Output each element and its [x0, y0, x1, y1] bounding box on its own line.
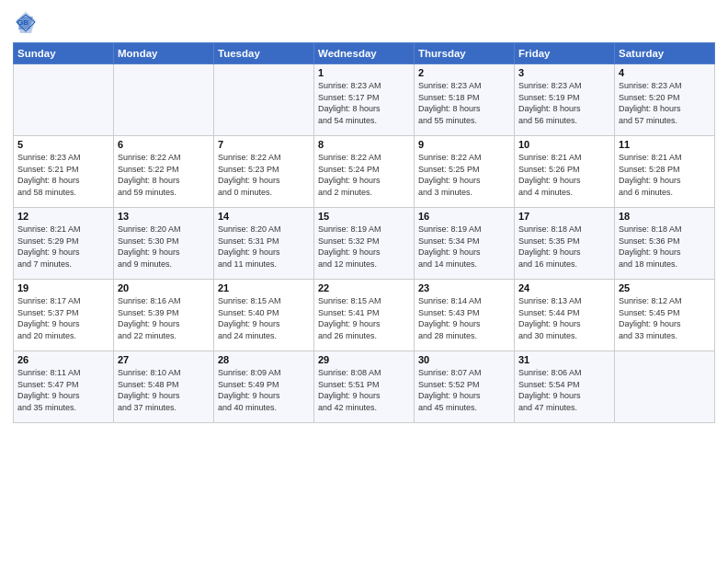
- day-number: 30: [418, 354, 510, 365]
- day-info: Sunrise: 8:13 AM Sunset: 5:44 PM Dayligh…: [518, 295, 610, 341]
- day-info: Sunrise: 8:07 AM Sunset: 5:52 PM Dayligh…: [418, 367, 510, 413]
- day-info: Sunrise: 8:09 AM Sunset: 5:49 PM Dayligh…: [218, 367, 310, 413]
- calendar-cell: 10Sunrise: 8:21 AM Sunset: 5:26 PM Dayli…: [515, 136, 615, 208]
- calendar-cell: 15Sunrise: 8:19 AM Sunset: 5:32 PM Dayli…: [314, 208, 415, 280]
- header: GB: [13, 9, 715, 35]
- calendar-cell: 9Sunrise: 8:22 AM Sunset: 5:25 PM Daylig…: [415, 136, 515, 208]
- week-row-3: 12Sunrise: 8:21 AM Sunset: 5:29 PM Dayli…: [14, 208, 715, 280]
- day-number: 8: [318, 139, 410, 150]
- day-number: 3: [518, 67, 610, 78]
- day-info: Sunrise: 8:14 AM Sunset: 5:43 PM Dayligh…: [418, 295, 510, 341]
- day-info: Sunrise: 8:15 AM Sunset: 5:41 PM Dayligh…: [318, 295, 410, 341]
- calendar-cell: 25Sunrise: 8:12 AM Sunset: 5:45 PM Dayli…: [615, 280, 715, 351]
- day-number: 31: [518, 354, 610, 365]
- day-info: Sunrise: 8:22 AM Sunset: 5:22 PM Dayligh…: [118, 152, 210, 198]
- weekday-wednesday: Wednesday: [314, 43, 415, 64]
- calendar-cell: 14Sunrise: 8:20 AM Sunset: 5:31 PM Dayli…: [214, 208, 314, 280]
- day-info: Sunrise: 8:23 AM Sunset: 5:20 PM Dayligh…: [619, 80, 711, 126]
- logo-icon: GB: [13, 9, 39, 35]
- day-info: Sunrise: 8:16 AM Sunset: 5:39 PM Dayligh…: [118, 295, 210, 341]
- day-info: Sunrise: 8:15 AM Sunset: 5:40 PM Dayligh…: [218, 295, 310, 341]
- day-number: 5: [17, 139, 109, 150]
- day-number: 19: [17, 282, 109, 293]
- calendar-cell: 11Sunrise: 8:21 AM Sunset: 5:28 PM Dayli…: [615, 136, 715, 208]
- calendar-cell: 12Sunrise: 8:21 AM Sunset: 5:29 PM Dayli…: [14, 208, 114, 280]
- calendar-cell: 28Sunrise: 8:09 AM Sunset: 5:49 PM Dayli…: [214, 351, 314, 423]
- day-number: 7: [218, 139, 310, 150]
- day-number: 24: [518, 282, 610, 293]
- day-info: Sunrise: 8:20 AM Sunset: 5:31 PM Dayligh…: [218, 224, 310, 270]
- weekday-saturday: Saturday: [615, 43, 715, 64]
- day-number: 6: [118, 139, 210, 150]
- calendar-cell: [615, 351, 715, 423]
- day-info: Sunrise: 8:17 AM Sunset: 5:37 PM Dayligh…: [17, 295, 109, 341]
- day-info: Sunrise: 8:22 AM Sunset: 5:25 PM Dayligh…: [418, 152, 510, 198]
- day-info: Sunrise: 8:08 AM Sunset: 5:51 PM Dayligh…: [318, 367, 410, 413]
- calendar-cell: 23Sunrise: 8:14 AM Sunset: 5:43 PM Dayli…: [415, 280, 515, 351]
- day-number: 4: [619, 67, 711, 78]
- day-number: 11: [619, 139, 711, 150]
- day-number: 28: [218, 354, 310, 365]
- day-number: 9: [418, 139, 510, 150]
- day-number: 21: [218, 282, 310, 293]
- day-number: 10: [518, 139, 610, 150]
- day-number: 15: [318, 211, 410, 222]
- page-container: GB SundayMondayTuesdayWednesdayThursdayF…: [0, 0, 728, 563]
- day-info: Sunrise: 8:18 AM Sunset: 5:35 PM Dayligh…: [518, 224, 610, 270]
- day-info: Sunrise: 8:10 AM Sunset: 5:48 PM Dayligh…: [118, 367, 210, 413]
- calendar-cell: 18Sunrise: 8:18 AM Sunset: 5:36 PM Dayli…: [615, 208, 715, 280]
- day-number: 27: [118, 354, 210, 365]
- calendar-cell: 17Sunrise: 8:18 AM Sunset: 5:35 PM Dayli…: [515, 208, 615, 280]
- day-info: Sunrise: 8:20 AM Sunset: 5:30 PM Dayligh…: [118, 224, 210, 270]
- day-number: 26: [17, 354, 109, 365]
- calendar-cell: 31Sunrise: 8:06 AM Sunset: 5:54 PM Dayli…: [515, 351, 615, 423]
- day-info: Sunrise: 8:21 AM Sunset: 5:26 PM Dayligh…: [518, 152, 610, 198]
- day-info: Sunrise: 8:22 AM Sunset: 5:24 PM Dayligh…: [318, 152, 410, 198]
- day-number: 18: [619, 211, 711, 222]
- day-number: 20: [118, 282, 210, 293]
- calendar-cell: 27Sunrise: 8:10 AM Sunset: 5:48 PM Dayli…: [114, 351, 214, 423]
- calendar-cell: [214, 64, 314, 136]
- calendar-table: SundayMondayTuesdayWednesdayThursdayFrid…: [13, 42, 715, 423]
- day-info: Sunrise: 8:19 AM Sunset: 5:34 PM Dayligh…: [418, 224, 510, 270]
- calendar-cell: [14, 64, 114, 136]
- calendar-cell: 6Sunrise: 8:22 AM Sunset: 5:22 PM Daylig…: [114, 136, 214, 208]
- weekday-friday: Friday: [515, 43, 615, 64]
- weekday-monday: Monday: [114, 43, 214, 64]
- day-info: Sunrise: 8:23 AM Sunset: 5:21 PM Dayligh…: [17, 152, 109, 198]
- calendar-cell: 30Sunrise: 8:07 AM Sunset: 5:52 PM Dayli…: [415, 351, 515, 423]
- day-info: Sunrise: 8:21 AM Sunset: 5:28 PM Dayligh…: [619, 152, 711, 198]
- week-row-1: 1Sunrise: 8:23 AM Sunset: 5:17 PM Daylig…: [14, 64, 715, 136]
- calendar-cell: 16Sunrise: 8:19 AM Sunset: 5:34 PM Dayli…: [415, 208, 515, 280]
- calendar-cell: [114, 64, 214, 136]
- day-number: 2: [418, 67, 510, 78]
- day-info: Sunrise: 8:19 AM Sunset: 5:32 PM Dayligh…: [318, 224, 410, 270]
- day-number: 1: [318, 67, 410, 78]
- calendar-cell: 2Sunrise: 8:23 AM Sunset: 5:18 PM Daylig…: [415, 64, 515, 136]
- day-number: 16: [418, 211, 510, 222]
- weekday-thursday: Thursday: [415, 43, 515, 64]
- day-number: 17: [518, 211, 610, 222]
- day-info: Sunrise: 8:18 AM Sunset: 5:36 PM Dayligh…: [619, 224, 711, 270]
- calendar-cell: 22Sunrise: 8:15 AM Sunset: 5:41 PM Dayli…: [314, 280, 415, 351]
- calendar-cell: 7Sunrise: 8:22 AM Sunset: 5:23 PM Daylig…: [214, 136, 314, 208]
- day-number: 23: [418, 282, 510, 293]
- day-info: Sunrise: 8:06 AM Sunset: 5:54 PM Dayligh…: [518, 367, 610, 413]
- day-info: Sunrise: 8:23 AM Sunset: 5:18 PM Dayligh…: [418, 80, 510, 126]
- calendar-header: SundayMondayTuesdayWednesdayThursdayFrid…: [14, 43, 715, 64]
- calendar-cell: 20Sunrise: 8:16 AM Sunset: 5:39 PM Dayli…: [114, 280, 214, 351]
- day-number: 29: [318, 354, 410, 365]
- week-row-5: 26Sunrise: 8:11 AM Sunset: 5:47 PM Dayli…: [14, 351, 715, 423]
- calendar-cell: 24Sunrise: 8:13 AM Sunset: 5:44 PM Dayli…: [515, 280, 615, 351]
- calendar-cell: 5Sunrise: 8:23 AM Sunset: 5:21 PM Daylig…: [14, 136, 114, 208]
- calendar-cell: 26Sunrise: 8:11 AM Sunset: 5:47 PM Dayli…: [14, 351, 114, 423]
- logo: GB: [13, 9, 42, 35]
- day-info: Sunrise: 8:23 AM Sunset: 5:19 PM Dayligh…: [518, 80, 610, 126]
- day-number: 25: [619, 282, 711, 293]
- weekday-tuesday: Tuesday: [214, 43, 314, 64]
- calendar-cell: 13Sunrise: 8:20 AM Sunset: 5:30 PM Dayli…: [114, 208, 214, 280]
- day-info: Sunrise: 8:23 AM Sunset: 5:17 PM Dayligh…: [318, 80, 410, 126]
- week-row-2: 5Sunrise: 8:23 AM Sunset: 5:21 PM Daylig…: [14, 136, 715, 208]
- calendar-cell: 4Sunrise: 8:23 AM Sunset: 5:20 PM Daylig…: [615, 64, 715, 136]
- day-info: Sunrise: 8:21 AM Sunset: 5:29 PM Dayligh…: [17, 224, 109, 270]
